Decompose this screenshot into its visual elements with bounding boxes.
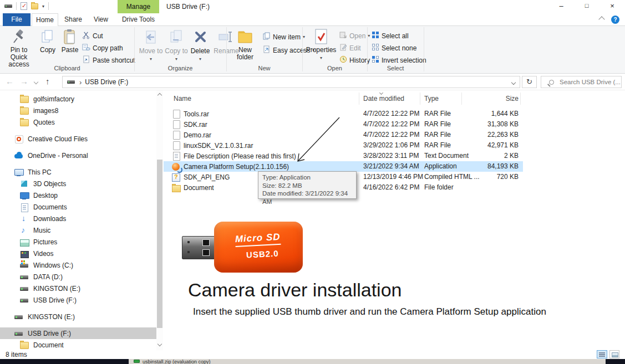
sidebar-item-creative-cloud-files[interactable]: Creative Cloud Files bbox=[0, 133, 156, 145]
sidebar-scrollbar[interactable] bbox=[156, 90, 163, 350]
column-header-date-modified[interactable]: Date modified bbox=[363, 95, 404, 102]
folder-icon[interactable] bbox=[31, 3, 38, 9]
properties-icon[interactable] bbox=[21, 2, 27, 10]
file-name[interactable]: File Description (Please read this first… bbox=[172, 151, 296, 161]
tab-view[interactable]: View bbox=[88, 13, 114, 26]
sidebar-item-windows-c[interactable]: Windows (C:) bbox=[0, 259, 156, 271]
sidebar-item-label: Pictures bbox=[33, 238, 57, 246]
sidebar-item-music[interactable]: Music bbox=[0, 224, 156, 236]
sidebar-item-desktop[interactable]: Desktop bbox=[0, 189, 156, 201]
sidebar-item-images8[interactable]: images8 bbox=[0, 105, 156, 116]
scrollbar-thumb[interactable] bbox=[157, 160, 162, 328]
invert-selection-button[interactable]: Invert selection bbox=[372, 55, 426, 65]
refresh-button[interactable]: ↻ bbox=[522, 76, 537, 88]
edit-button[interactable]: Edit bbox=[339, 43, 361, 53]
desktop-background-strip: usbinstall.zip (evaluation copy) bbox=[0, 359, 625, 364]
file-date-modified: 12/13/2019 4:46 PM bbox=[363, 173, 423, 181]
scroll-down-icon[interactable] bbox=[157, 342, 162, 346]
paste-shortcut-button[interactable]: Paste shortcut bbox=[82, 55, 135, 65]
dropdown-caret-icon: ▾ bbox=[320, 55, 322, 60]
file-name[interactable]: Demo.rar bbox=[172, 130, 211, 140]
up-arrow-icon[interactable]: ↑ bbox=[45, 76, 50, 86]
cut-button[interactable]: Cut bbox=[82, 31, 103, 41]
sidebar-item-kingston-e[interactable]: KINGSTON (E:) bbox=[0, 311, 156, 322]
thumbnails-view-button[interactable] bbox=[609, 350, 619, 358]
sidebar-item-this-pc[interactable]: This PC bbox=[0, 166, 156, 178]
tab-home[interactable]: Home bbox=[32, 13, 58, 27]
sidebar-item-golfsimfactory[interactable]: golfsimfactory bbox=[0, 93, 156, 105]
breadcrumb-chevron-icon: › bbox=[79, 78, 82, 86]
this-pc-icon bbox=[14, 168, 23, 177]
dropdown-caret-icon: ▾ bbox=[303, 34, 305, 39]
file-name[interactable]: SDK.rar bbox=[172, 119, 207, 130]
folder-icon bbox=[20, 106, 29, 115]
column-header-size[interactable]: Size bbox=[466, 95, 519, 102]
copy-icon bbox=[37, 28, 59, 45]
sidebar-item-document[interactable]: Document bbox=[0, 339, 156, 350]
address-dropdown-caret-icon[interactable] bbox=[511, 80, 516, 85]
details-view-button[interactable] bbox=[597, 350, 607, 358]
column-header-type[interactable]: Type bbox=[424, 95, 439, 102]
divider[interactable] bbox=[420, 93, 420, 105]
select-none-icon bbox=[372, 43, 379, 53]
search-box[interactable]: Search USB Drive (... bbox=[541, 76, 622, 88]
forward-arrow-icon[interactable]: → bbox=[20, 76, 28, 86]
divider[interactable] bbox=[520, 93, 521, 105]
sidebar-item-pictures[interactable]: Pictures bbox=[0, 236, 156, 248]
back-arrow-icon[interactable]: ← bbox=[6, 76, 14, 86]
copy-path-button[interactable]: Copy path bbox=[82, 43, 123, 53]
copy-to-button[interactable]: Copy to ▾ bbox=[164, 29, 189, 63]
select-none-button[interactable]: Select none bbox=[372, 43, 416, 53]
properties-button[interactable]: Properties▾ bbox=[306, 28, 337, 61]
sidebar-item-videos[interactable]: Videos bbox=[0, 248, 156, 259]
file-name[interactable]: Camera Platform Setup(2.1.10.156) bbox=[172, 161, 289, 172]
open-button[interactable]: Open ▾ bbox=[339, 31, 370, 40]
file-name[interactable]: linuxSDK_V2.1.0.31.rar bbox=[172, 140, 253, 151]
divider[interactable] bbox=[461, 93, 462, 105]
minimize-button[interactable]: – bbox=[548, 0, 574, 13]
sidebar-item-downloads[interactable]: Downloads bbox=[0, 213, 156, 224]
sidebar-item-3d-objects[interactable]: 3D Objects bbox=[0, 178, 156, 189]
breadcrumb[interactable]: › USB Drive (F:) bbox=[62, 76, 520, 88]
customize-caret-icon[interactable]: ▾ bbox=[42, 4, 44, 9]
recent-locations-caret-icon[interactable] bbox=[34, 80, 38, 84]
rar-file-icon bbox=[172, 120, 180, 129]
pin-to-quick-access-button[interactable]: Pin to Quick access bbox=[1, 28, 37, 68]
new-folder-button[interactable]: New folder bbox=[231, 28, 260, 61]
breadcrumb-path[interactable]: USB Drive (F:) bbox=[85, 78, 128, 86]
collapse-ribbon-icon[interactable] bbox=[598, 16, 604, 22]
group-label-select: Select bbox=[367, 65, 424, 71]
tab-file[interactable]: File bbox=[3, 13, 31, 26]
tab-drive-tools[interactable]: Drive Tools bbox=[118, 13, 159, 26]
usb-brand-label: Micro SD bbox=[235, 232, 281, 247]
file-name[interactable]: Tools.rar bbox=[172, 109, 209, 119]
drive-icon bbox=[20, 284, 29, 293]
scroll-up-icon[interactable] bbox=[157, 93, 162, 98]
file-type: Text Document bbox=[424, 152, 469, 160]
copy-button[interactable]: Copy bbox=[37, 28, 59, 54]
sidebar-item-usb-drive-f[interactable]: USB Drive (F:) bbox=[0, 327, 156, 339]
sidebar-item-kingston-e[interactable]: KINGSTON (E:) bbox=[0, 283, 156, 294]
delete-button[interactable]: Delete▾ bbox=[189, 29, 212, 63]
file-name[interactable]: Document bbox=[172, 182, 214, 193]
title-bar: ▾ Manage USB Drive (F:) – □ × bbox=[0, 0, 625, 13]
sidebar-item-data-d[interactable]: DATA (D:) bbox=[0, 271, 156, 283]
history-button[interactable]: History bbox=[339, 55, 370, 65]
file-name[interactable]: SDK_API_ENG bbox=[172, 172, 230, 182]
help-icon[interactable]: ? bbox=[611, 16, 619, 24]
sidebar-item-quotes[interactable]: Quotes bbox=[0, 116, 156, 128]
pictures-icon bbox=[20, 238, 29, 247]
move-to-button[interactable]: Move to ▾ bbox=[139, 29, 163, 63]
select-all-button[interactable]: Select all bbox=[372, 31, 409, 40]
sidebar-item-usb-drive-f[interactable]: USB Drive (F:) bbox=[0, 294, 156, 306]
sidebar-item-onedrive-personal[interactable]: OneDrive - Personal bbox=[0, 150, 156, 161]
column-header-name[interactable]: Name bbox=[174, 95, 191, 102]
divider[interactable] bbox=[359, 93, 359, 105]
close-button[interactable]: × bbox=[599, 0, 625, 13]
new-item-button[interactable]: New item ▾ bbox=[263, 32, 305, 42]
paste-button[interactable]: Paste bbox=[59, 28, 81, 54]
maximize-button[interactable]: □ bbox=[574, 0, 599, 13]
sidebar-item-documents[interactable]: Documents bbox=[0, 201, 156, 213]
address-bar: ← → ↑ › USB Drive (F:) ↻ Search USB Driv… bbox=[0, 74, 625, 90]
tab-share[interactable]: Share bbox=[59, 13, 87, 26]
